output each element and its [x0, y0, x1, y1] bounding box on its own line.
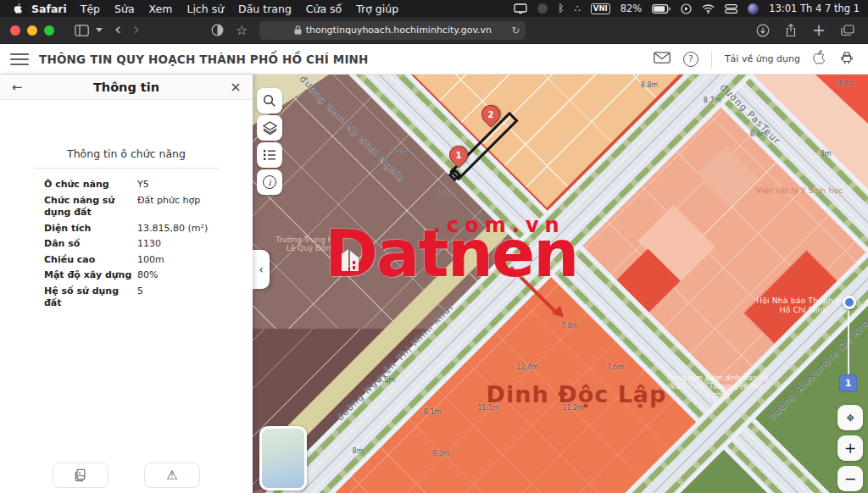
- bookmark-star-icon[interactable]: ☆: [236, 24, 248, 37]
- info-panel-header: ← Thông tin ×: [0, 75, 253, 100]
- menu-item[interactable]: Trợ giúp: [356, 3, 398, 15]
- menu-item[interactable]: Tệp: [81, 3, 100, 15]
- map[interactable]: .com.vn Datnen i ‹: [253, 75, 868, 493]
- info-label: Chiều cao: [44, 254, 137, 267]
- info-label: Mật độ xây dựng: [44, 269, 137, 282]
- place-label: Trường Trung học Lê Quý Đôn: [275, 235, 341, 252]
- info-panel: ← Thông tin × Thông tin ô chức năng Ô ch…: [0, 75, 253, 493]
- download-app-label[interactable]: Tải về ứng dụng: [725, 53, 800, 64]
- elevation-label: 7,7m: [437, 190, 455, 197]
- battery-icon[interactable]: [652, 4, 670, 14]
- chevron-down-icon[interactable]: [96, 28, 103, 32]
- toolbar-right: +: [756, 22, 858, 38]
- export-image-button[interactable]: [53, 463, 108, 488]
- menu-hamburger-icon[interactable]: [10, 53, 29, 65]
- divider: [34, 168, 219, 169]
- header-actions: ? Tải về ứng dụng: [654, 49, 860, 69]
- info-value: 5: [137, 285, 143, 310]
- window-controls: [10, 25, 54, 36]
- divider: [711, 51, 712, 68]
- layers-icon: [263, 121, 277, 135]
- warning-icon: ⚠: [166, 468, 177, 483]
- help-icon[interactable]: ?: [683, 52, 698, 67]
- info-value: 1130: [137, 238, 161, 251]
- place-label: Hội Nhà báo Thành phố Hồ Chí Minh: [756, 296, 851, 314]
- info-row: Chức năng sử dụng đấtĐất phức hợp: [0, 193, 253, 221]
- now-playing-icon[interactable]: [681, 3, 692, 14]
- info-value: Đất phức hợp: [137, 195, 200, 219]
- info-icon: i: [263, 175, 276, 189]
- tab-overview-icon[interactable]: [841, 25, 854, 36]
- reload-icon[interactable]: ↻: [511, 25, 520, 36]
- elevation-label: 7,8m: [561, 322, 579, 330]
- stage-manager-icon[interactable]: [725, 4, 737, 14]
- document-image-icon: [74, 468, 87, 482]
- place-label: Viện vật lý Y Sinh học: [756, 186, 843, 195]
- report-issue-button[interactable]: ⚠: [144, 463, 200, 488]
- downloads-icon[interactable]: [756, 24, 770, 37]
- safari-toolbar: ‹ › ☆ thongtinquyhoach.hochiminhcity.gov…: [0, 17, 868, 44]
- info-label: Dân số: [44, 238, 137, 251]
- elevation-label: 8m: [821, 150, 832, 158]
- back-button[interactable]: ‹: [114, 20, 121, 40]
- marker-badge[interactable]: 1: [839, 374, 857, 392]
- forward-button[interactable]: ›: [133, 20, 140, 40]
- minimap[interactable]: [259, 426, 307, 490]
- locate-button[interactable]: ⌖: [837, 405, 863, 430]
- marker-stem: [848, 310, 849, 376]
- menu-item[interactable]: Lịch sử: [186, 3, 224, 15]
- zoom-in-button[interactable]: +: [837, 435, 863, 461]
- panel-collapse-handle[interactable]: ‹: [253, 250, 270, 289]
- map-info-button[interactable]: i: [257, 169, 282, 195]
- page-title: THÔNG TIN QUY HOẠCH THÀNH PHỐ HỒ CHÍ MIN…: [39, 53, 369, 66]
- menu-item[interactable]: Cửa sổ: [306, 3, 342, 15]
- zoom-window-button[interactable]: [44, 25, 54, 36]
- battery-percent: 82%: [620, 3, 643, 14]
- info-rows: Ô chức năngY5Chức năng sử dụng đấtĐất ph…: [0, 177, 253, 312]
- menu-app-name[interactable]: Safari: [31, 3, 67, 15]
- elevation-label: 8.7m: [704, 97, 721, 104]
- zoom-out-button[interactable]: −: [837, 466, 863, 491]
- elevation-label: 8.8m: [837, 80, 855, 87]
- menubar-clock[interactable]: 13:01 Th 4 7 thg 1: [769, 3, 860, 14]
- apple-platform-icon[interactable]: [813, 49, 826, 69]
- map-search-button[interactable]: [257, 88, 282, 114]
- apple-menu-icon[interactable]: [14, 3, 25, 15]
- info-label: Ô chức năng: [44, 179, 137, 191]
- mail-icon[interactable]: [654, 51, 670, 67]
- display-icon[interactable]: [514, 3, 527, 14]
- info-value: 100m: [137, 254, 164, 267]
- screen: Safari TệpSửaXemLịch sửDấu trangCửa sổTr…: [0, 0, 868, 493]
- info-label: Hệ số sử dụng đất: [44, 285, 137, 310]
- info-value: 80%: [137, 269, 158, 282]
- menu-item[interactable]: Sửa: [114, 3, 135, 15]
- new-tab-icon[interactable]: +: [812, 22, 826, 38]
- section-title: Thông tin ô chức năng: [0, 147, 253, 160]
- search-icon: [263, 94, 276, 108]
- sidebar-toggle-icon[interactable]: [75, 25, 89, 36]
- close-window-button[interactable]: [10, 25, 20, 36]
- minimize-window-button[interactable]: [27, 25, 37, 36]
- back-arrow-icon[interactable]: ←: [0, 80, 34, 95]
- menubar-app-circle-icon[interactable]: [748, 3, 759, 14]
- menu-item[interactable]: Dấu trang: [238, 3, 292, 15]
- elevation-label: 8.1m: [424, 408, 442, 416]
- privacy-shield-icon[interactable]: [211, 24, 224, 36]
- close-icon[interactable]: ×: [219, 79, 253, 95]
- android-platform-icon[interactable]: [839, 50, 854, 69]
- wifi-icon[interactable]: [702, 4, 715, 14]
- elevation-label: 9,3m: [432, 450, 450, 457]
- focus-mode-icon[interactable]: [537, 3, 548, 14]
- map-legend-button[interactable]: [257, 142, 282, 168]
- place-label: Dinh Độc Lập: [487, 381, 667, 407]
- share-icon[interactable]: [785, 24, 797, 37]
- url-text: thongtinquyhoach.hochiminhcity.gov.vn: [306, 25, 492, 36]
- menu-item[interactable]: Xem: [149, 3, 173, 15]
- address-bar[interactable]: thongtinquyhoach.hochiminhcity.gov.vn ↻: [259, 21, 526, 40]
- keyboard-brightness-icon[interactable]: ∴: [574, 3, 580, 14]
- elevation-label: 8.8m: [641, 81, 659, 89]
- bluetooth-icon[interactable]: ᛒ: [558, 3, 564, 14]
- map-layers-button[interactable]: [257, 115, 282, 141]
- input-source-badge[interactable]: VNI: [591, 3, 610, 14]
- info-row: Ô chức năngY5: [0, 177, 253, 193]
